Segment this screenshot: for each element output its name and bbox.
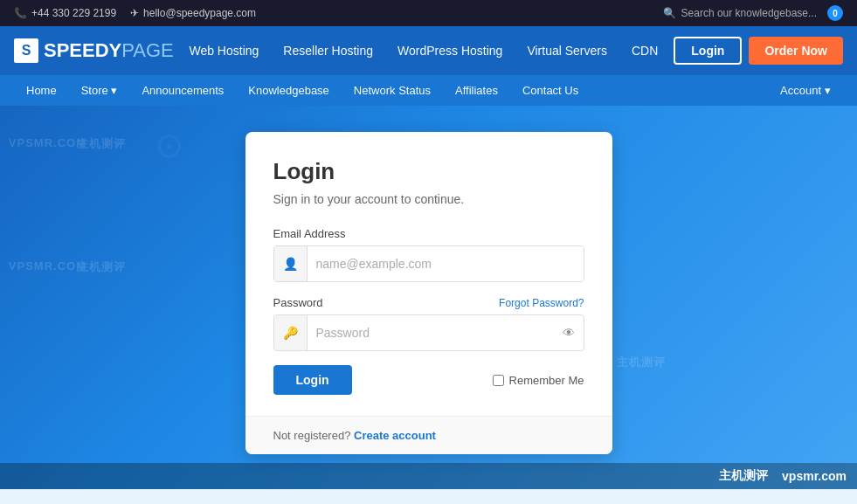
nav-links: Web Hosting Reseller Hosting WordPress H… xyxy=(180,37,843,65)
cart-badge[interactable]: 0 xyxy=(827,5,843,21)
wm8: 主机测评 xyxy=(617,355,666,370)
remember-me-checkbox[interactable] xyxy=(493,375,504,386)
email-form-group: Email Address 👤 xyxy=(273,227,584,282)
wm2: 主机测评 xyxy=(77,136,126,152)
nav-announcements[interactable]: Announcements xyxy=(129,75,236,106)
secondary-nav: Home Store ▾ Announcements Knowledgebase… xyxy=(0,75,857,106)
eye-icon[interactable]: 👁 xyxy=(554,326,584,340)
nav-wordpress-hosting[interactable]: WordPress Hosting xyxy=(389,38,511,63)
nav-knowledgebase[interactable]: Knowledgebase xyxy=(236,75,342,106)
login-title: Login xyxy=(273,158,584,185)
circle-logo-1: ⊙ xyxy=(155,125,184,165)
top-bar-right: 🔍 Search our knowledgebase... 0 xyxy=(663,5,843,21)
user-icon: 👤 xyxy=(274,246,308,281)
nav-network-status[interactable]: Network Status xyxy=(342,75,443,106)
wm6: 主机测评 xyxy=(77,259,126,275)
nav-home[interactable]: Home xyxy=(14,75,69,106)
login-actions: Login Remember Me xyxy=(273,365,584,395)
nav-virtual-servers[interactable]: Virtual Servers xyxy=(518,38,616,63)
forgot-password-link[interactable]: Forgot Password? xyxy=(499,297,584,309)
phone-info: 📞 +44 330 229 2199 xyxy=(14,7,116,19)
top-bar-left: 📞 +44 330 229 2199 ✈ hello@speedypage.co… xyxy=(14,7,256,19)
login-submit-button[interactable]: Login xyxy=(273,365,352,395)
bottom-watermark-bar: 主机测评 vpsmr.com xyxy=(0,463,857,489)
login-subtitle: Sign in to your account to continue. xyxy=(273,192,584,206)
logo[interactable]: S SPEEDYPAGE xyxy=(14,38,174,63)
nav-contact-us[interactable]: Contact Us xyxy=(510,75,591,106)
chevron-down-icon: ▾ xyxy=(825,84,831,97)
login-button-nav[interactable]: Login xyxy=(674,37,742,65)
nav-cdn[interactable]: CDN xyxy=(623,38,667,63)
password-form-group: Password Forgot Password? 🔑 👁 xyxy=(273,296,584,351)
email-input-wrapper: 👤 xyxy=(273,245,584,282)
password-input[interactable] xyxy=(308,315,554,350)
not-registered-text: Not registered? xyxy=(273,429,351,442)
lock-icon: 🔑 xyxy=(274,315,308,350)
login-card-body: Login Sign in to your account to continu… xyxy=(245,132,612,416)
search-icon: 🔍 xyxy=(663,7,676,19)
forgot-row: Password Forgot Password? xyxy=(273,296,584,309)
bottom-wm-domain: vpsmr.com xyxy=(782,469,847,483)
order-now-button[interactable]: Order Now xyxy=(749,37,843,65)
bottom-wm-chinese: 主机测评 xyxy=(719,468,768,484)
remember-me-label: Remember Me xyxy=(509,374,584,387)
nav-store[interactable]: Store ▾ xyxy=(69,75,130,106)
top-bar: 📞 +44 330 229 2199 ✈ hello@speedypage.co… xyxy=(0,0,857,26)
nav-web-hosting[interactable]: Web Hosting xyxy=(180,38,267,63)
main-nav: S SPEEDYPAGE Web Hosting Reseller Hostin… xyxy=(0,26,857,75)
password-input-wrapper: 🔑 👁 xyxy=(273,314,584,351)
login-card-footer: Not registered? Create account xyxy=(245,416,612,454)
email-info: ✈ hello@speedypage.com xyxy=(130,7,256,19)
login-card: Login Sign in to your account to continu… xyxy=(245,132,612,454)
content-area: VPSMR.COM 主机测评 VPSMR.COM 主机测评 VPSMR.COM … xyxy=(0,106,857,489)
brand-name: SPEEDYPAGE xyxy=(44,39,174,62)
sec-nav-items: Home Store ▾ Announcements Knowledgebase… xyxy=(14,75,591,106)
wm5: VPSMR.COM xyxy=(9,259,86,273)
email-input[interactable] xyxy=(308,246,584,281)
remember-me: Remember Me xyxy=(493,374,584,387)
search-box[interactable]: 🔍 Search our knowledgebase... xyxy=(663,7,817,19)
nav-affiliates[interactable]: Affiliates xyxy=(443,75,510,106)
email-icon: ✈ xyxy=(130,7,139,19)
phone-icon: 📞 xyxy=(14,7,27,19)
nav-reseller-hosting[interactable]: Reseller Hosting xyxy=(274,38,382,63)
create-account-link[interactable]: Create account xyxy=(354,429,436,442)
password-label: Password xyxy=(273,296,323,309)
logo-icon: S xyxy=(14,38,38,63)
wm1: VPSMR.COM xyxy=(9,136,86,149)
account-button[interactable]: Account ▾ xyxy=(768,75,843,106)
email-label: Email Address xyxy=(273,227,584,240)
